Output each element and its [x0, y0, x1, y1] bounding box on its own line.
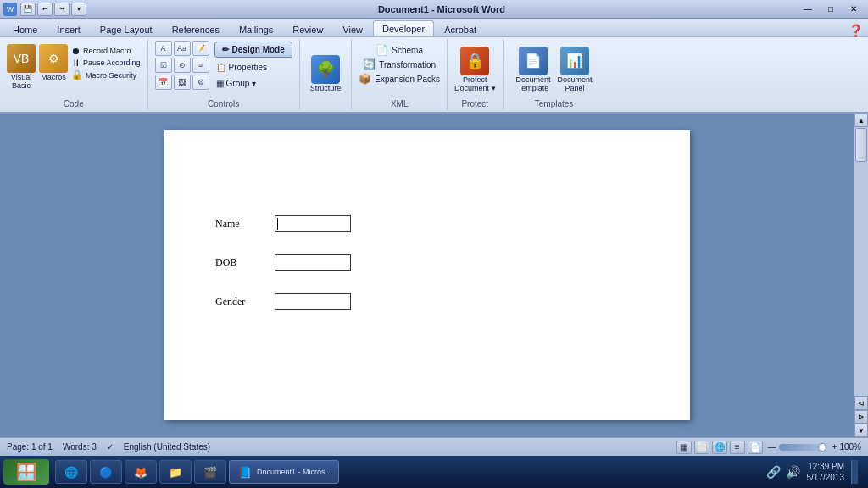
- structure-button[interactable]: 🌳 Structure: [307, 52, 345, 96]
- network-icon[interactable]: 🔗: [766, 465, 781, 479]
- zoom-in-btn[interactable]: +: [832, 442, 837, 452]
- structure-label: Structure: [310, 84, 342, 92]
- quick-access-toolbar: 💾 ↩ ↪ ▾: [20, 3, 86, 16]
- taskbar-app-ie[interactable]: 🌐: [55, 460, 87, 484]
- spell-icon[interactable]: ✓: [107, 442, 114, 452]
- visual-basic-button[interactable]: VB VisualBasic: [7, 44, 36, 90]
- scroll-up-button[interactable]: ▲: [854, 114, 868, 127]
- name-input[interactable]: [275, 215, 351, 232]
- macro-security-button[interactable]: 🔒 Macro Security: [71, 69, 141, 80]
- words-status: Words: 3: [63, 442, 97, 452]
- system-clock[interactable]: 12:39 PM 5/17/2013: [807, 461, 845, 483]
- protect-icon: 🔒: [460, 47, 489, 75]
- start-button[interactable]: 🪟: [3, 459, 49, 485]
- outline-btn[interactable]: ≡: [730, 441, 745, 454]
- taskbar-app-chrome[interactable]: 🔵: [90, 460, 122, 484]
- ribbon-group-code: VB VisualBasic ⚙ Macros ⏺ Record Macro ⏸…: [0, 39, 148, 110]
- tab-home[interactable]: Home: [3, 21, 47, 36]
- macro-sub-buttons: ⏺ Record Macro ⏸ Pause According 🔒 Macro…: [71, 44, 141, 80]
- ribbon-group-controls: A Aa 📝 ☑ ⊙ ≡ 📅 🖼 ⚙: [148, 39, 300, 110]
- control-icons-grid: A Aa 📝 ☑ ⊙ ≡ 📅 🖼 ⚙: [155, 41, 209, 90]
- ctrl-icon-9[interactable]: ⚙: [192, 75, 209, 90]
- ctrl-icon-4[interactable]: ☑: [155, 58, 172, 73]
- quick-undo[interactable]: ↩: [37, 3, 53, 16]
- xml-group-label: XML: [391, 97, 409, 108]
- scroll-section-down[interactable]: ⊳: [854, 410, 868, 424]
- tab-mailings[interactable]: Mailings: [230, 21, 282, 36]
- templates-group-label: Templates: [535, 97, 574, 108]
- volume-icon[interactable]: 🔊: [786, 465, 800, 479]
- pause-recording-button[interactable]: ⏸ Pause According: [71, 58, 141, 68]
- security-icon: 🔒: [71, 69, 83, 80]
- doc-panel-label: DocumentPanel: [558, 75, 593, 92]
- media-icon: 🎬: [202, 463, 219, 480]
- ctrl-icon-8[interactable]: 🖼: [174, 75, 191, 90]
- taskbar-app-explorer[interactable]: 📁: [159, 460, 192, 484]
- protect-document-button[interactable]: 🔒 ProtectDocument ▾: [454, 47, 496, 92]
- design-mode-button[interactable]: ✏ Design Mode: [214, 42, 292, 58]
- word-icon: 📘: [236, 463, 253, 480]
- taskbar-app-media[interactable]: 🎬: [194, 460, 226, 484]
- scroll-thumb[interactable]: [855, 128, 867, 162]
- code-group-content: VB VisualBasic ⚙ Macros ⏺ Record Macro ⏸…: [7, 41, 141, 97]
- group-button[interactable]: ▦ Group ▾: [214, 77, 292, 90]
- taskbar-app-firefox[interactable]: 🦊: [125, 460, 157, 484]
- show-desktop-btn[interactable]: [851, 460, 858, 484]
- document-panel-button[interactable]: 📊 DocumentPanel: [558, 47, 593, 92]
- full-screen-btn[interactable]: ⬜: [694, 441, 709, 454]
- schema-button[interactable]: 📄 Schema: [376, 44, 423, 56]
- macros-button[interactable]: ⚙ Macros: [39, 44, 68, 81]
- maximize-button[interactable]: □: [820, 2, 842, 17]
- properties-button[interactable]: 📋 Properties: [214, 61, 292, 74]
- quick-redo[interactable]: ↪: [54, 3, 70, 16]
- ribbon-group-protect: 🔒 ProtectDocument ▾ Protect: [448, 39, 504, 110]
- zoom-thumb: [818, 443, 826, 452]
- ctrl-icon-7[interactable]: 📅: [155, 75, 172, 90]
- tab-page-layout[interactable]: Page Layout: [91, 21, 162, 36]
- explorer-icon: 📁: [167, 463, 184, 480]
- ctrl-icon-6[interactable]: ≡: [192, 58, 209, 73]
- title-bar-left: W 💾 ↩ ↪ ▾: [3, 3, 86, 16]
- scroll-section-up[interactable]: ⊲: [854, 396, 868, 410]
- tab-acrobat[interactable]: Acrobat: [435, 21, 486, 36]
- status-right: ▦ ⬜ 🌐 ≡ 📄 — + 100%: [676, 441, 861, 454]
- zoom-level[interactable]: 100%: [839, 442, 861, 452]
- design-mode-label: Design Mode: [232, 45, 285, 54]
- ctrl-icon-5[interactable]: ⊙: [174, 58, 191, 73]
- transformation-button[interactable]: 🔄 Transformation: [363, 58, 436, 70]
- print-layout-btn[interactable]: ▦: [676, 441, 692, 454]
- document-template-button[interactable]: 📄 DocumentTemplate: [516, 47, 551, 92]
- system-tray: 🔗 🔊: [766, 465, 800, 479]
- cursor-name: [277, 218, 278, 230]
- tab-review[interactable]: Review: [283, 21, 332, 36]
- tab-insert[interactable]: Insert: [47, 21, 90, 36]
- firefox-icon: 🦊: [132, 463, 149, 480]
- window-title: Document1 - Microsoft Word: [86, 4, 797, 14]
- ctrl-icon-2[interactable]: Aa: [174, 41, 191, 56]
- minimize-button[interactable]: —: [797, 2, 819, 17]
- draft-btn[interactable]: 📄: [748, 441, 763, 454]
- status-left: Page: 1 of 1 Words: 3 ✓ English (United …: [7, 442, 663, 452]
- quick-save[interactable]: 💾: [20, 3, 36, 16]
- close-button[interactable]: ✕: [843, 2, 865, 17]
- language-status[interactable]: English (United States): [124, 442, 210, 452]
- tab-developer[interactable]: Developer: [373, 20, 434, 36]
- help-icon[interactable]: ❓: [849, 24, 863, 37]
- tab-references[interactable]: References: [163, 21, 229, 36]
- ctrl-icon-3[interactable]: 📝: [192, 41, 209, 56]
- window-controls: — □ ✕: [797, 2, 865, 17]
- dob-label: DOB: [215, 257, 275, 269]
- zoom-out-btn[interactable]: —: [768, 442, 776, 452]
- tab-view[interactable]: View: [333, 21, 372, 36]
- dob-input[interactable]: [275, 254, 351, 271]
- doc-panel-icon: 📊: [560, 47, 589, 75]
- scroll-down-button[interactable]: ▼: [854, 424, 868, 437]
- expansion-packs-button[interactable]: 📦 Expansion Packs: [359, 73, 440, 85]
- taskbar-app-word[interactable]: 📘 Document1 - Micros...: [229, 460, 339, 484]
- quick-dropdown[interactable]: ▾: [71, 3, 86, 16]
- web-layout-btn[interactable]: 🌐: [712, 441, 727, 454]
- ctrl-icon-1[interactable]: A: [155, 41, 172, 56]
- record-macro-button[interactable]: ⏺ Record Macro: [71, 46, 141, 56]
- gender-input[interactable]: [275, 293, 351, 310]
- zoom-slider[interactable]: [779, 444, 830, 451]
